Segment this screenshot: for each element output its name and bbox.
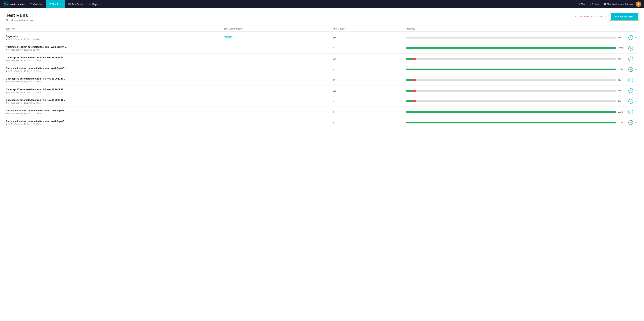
- logo[interactable]: qualitywatcher: [3, 1, 25, 7]
- progress-bar-bg: [406, 100, 616, 102]
- test-cases-cell: 72: [333, 58, 406, 60]
- progress-cell: 4%: [406, 79, 624, 81]
- table-row: Automated test run automated test run - …: [6, 117, 638, 128]
- action-cell: ···: [624, 46, 638, 51]
- play-button[interactable]: [628, 67, 633, 72]
- more-options-button[interactable]: ···: [634, 36, 638, 40]
- progress-bar-bg: [406, 58, 616, 60]
- action-cell: ···: [624, 35, 638, 40]
- nav-items: Overview Test Runs Test Suites Reports: [27, 0, 576, 8]
- more-options-button[interactable]: ···: [634, 46, 638, 50]
- arrow-icon: →: [605, 15, 608, 19]
- header-right: To create a new test run plan → + New Te…: [574, 13, 638, 21]
- more-options-button[interactable]: ···: [634, 57, 638, 61]
- svg-marker-15: [630, 80, 631, 81]
- progress-bar-bg: [406, 79, 616, 81]
- table-row: CodeceptJS automated test run - Fri Nov …: [6, 75, 638, 85]
- page-title: Test Runs: [6, 13, 34, 18]
- progress-bar-fill: [406, 90, 616, 92]
- play-button[interactable]: [628, 35, 633, 40]
- progress-bar-fill: [406, 122, 616, 123]
- nav-item-reports[interactable]: Reports: [86, 0, 104, 8]
- run-meta: by Test Test, Nov 18, 2022, 10:42 AM: [6, 81, 224, 83]
- action-cell: ···: [624, 57, 638, 61]
- nav-item-test-suites[interactable]: Test Suites: [66, 0, 86, 8]
- more-options-button[interactable]: ···: [634, 78, 638, 82]
- run-name: CodeceptJS automated test run - Fri Nov …: [6, 56, 224, 59]
- run-meta: by Test Test, Nov 18, 2022, 10:37 AM: [6, 123, 224, 125]
- test-cases-cell: 80: [333, 36, 406, 39]
- progress-pct-label: 100%: [618, 47, 624, 50]
- progress-bar-bg: [406, 122, 616, 123]
- navbar: qualitywatcher Overview Test Runs Test S…: [0, 0, 644, 8]
- col-header-env: Test Environment: [224, 27, 333, 30]
- play-button[interactable]: [628, 46, 633, 51]
- logo-text: qualitywatcher: [10, 3, 25, 6]
- table-row: Automated test run automated test run - …: [6, 107, 638, 117]
- more-options-button[interactable]: ···: [634, 67, 638, 71]
- create-hint-text: To create a new test run plan: [574, 15, 602, 18]
- nav-settings-item[interactable]: Test Workspace Settings: [602, 0, 635, 8]
- play-button[interactable]: [628, 57, 633, 61]
- table-header: Test Run Test Environment Test Cases Pro…: [6, 26, 638, 32]
- page-title-area: Test Runs Find all your test runs here: [6, 13, 34, 22]
- svg-marker-13: [630, 59, 631, 59]
- progress-cell: 100%: [406, 121, 624, 124]
- run-name: CodeceptJS automated test run - Fri Nov …: [6, 77, 224, 80]
- action-cell: ···: [624, 78, 638, 82]
- more-options-button[interactable]: ···: [634, 99, 638, 103]
- run-name-cell: Automated test run automated test run - …: [6, 46, 224, 51]
- nav-item-test-runs[interactable]: Test Runs: [46, 0, 66, 8]
- nav-item-overview[interactable]: Overview: [27, 0, 46, 8]
- col-header-test-run: Test Run: [6, 27, 224, 30]
- test-cases-cell: 72: [333, 89, 406, 92]
- new-test-run-label: New Test Run: [618, 15, 634, 18]
- table-body: Regression by Test Test, Nov 25, 2022, 9…: [6, 32, 638, 128]
- new-test-run-button[interactable]: + New Test Run: [611, 13, 638, 21]
- nav-help-item[interactable]: ? Help: [588, 0, 601, 8]
- play-button[interactable]: [628, 99, 633, 104]
- progress-pct-label: 100%: [618, 111, 624, 113]
- play-button[interactable]: [628, 88, 633, 93]
- nav-avatar[interactable]: T: [636, 2, 641, 7]
- run-name: CodeceptJS automated test run - Fri Nov …: [6, 88, 224, 91]
- more-options-button[interactable]: ···: [634, 110, 638, 114]
- run-name-cell: Automated test run automated test run - …: [6, 109, 224, 115]
- action-cell: ···: [624, 120, 638, 125]
- run-name: Automated test run automated test run - …: [6, 109, 224, 112]
- col-header-actions: [624, 27, 638, 30]
- run-name: Automated test run automated test run - …: [6, 46, 224, 48]
- svg-rect-5: [70, 3, 70, 4]
- progress-pct-label: 0%: [618, 36, 624, 39]
- nav-right: Test ? Help Test Workspace Settings T: [576, 0, 641, 8]
- main-content: Test Runs Find all your test runs here T…: [0, 8, 644, 321]
- svg-rect-7: [70, 4, 70, 5]
- play-button[interactable]: [628, 78, 633, 82]
- nav-test-item[interactable]: Test: [576, 0, 588, 8]
- more-options-button[interactable]: ···: [634, 89, 638, 93]
- play-button[interactable]: [628, 110, 633, 114]
- run-meta: by Test Test, Nov 18, 2022, 10:40 AM: [6, 102, 224, 104]
- run-meta: by Test Test, Nov 18, 2022, 10:38 AM: [6, 112, 224, 115]
- table-row: Automated test run automated test run - …: [6, 43, 638, 54]
- nav-item-overview-label: Overview: [33, 3, 43, 6]
- test-cases-cell: 72: [333, 79, 406, 82]
- action-cell: ···: [624, 110, 638, 114]
- svg-marker-16: [630, 90, 631, 91]
- progress-bar-bg: [406, 111, 616, 113]
- play-button[interactable]: [628, 120, 633, 125]
- progress-cell: 4%: [406, 100, 624, 103]
- progress-bar-bg: [406, 69, 616, 70]
- progress-bar-fill: [406, 79, 616, 81]
- progress-cell: 4%: [406, 89, 624, 92]
- svg-point-1: [5, 4, 6, 5]
- run-name-cell: Regression by Test Test, Nov 25, 2022, 9…: [6, 35, 224, 40]
- nav-item-test-runs-label: Test Runs: [52, 3, 62, 6]
- table-row: CodeceptJS automated test run - Fri Nov …: [6, 96, 638, 107]
- env-cell: PROD: [224, 36, 333, 39]
- progress-pct-label: 4%: [618, 79, 624, 81]
- more-options-button[interactable]: ···: [634, 120, 638, 124]
- progress-bar-fill: [406, 100, 616, 102]
- progress-bar-bg: [406, 47, 616, 49]
- run-meta: by Test Test, Nov 18, 2022, 10:41 AM: [6, 91, 224, 93]
